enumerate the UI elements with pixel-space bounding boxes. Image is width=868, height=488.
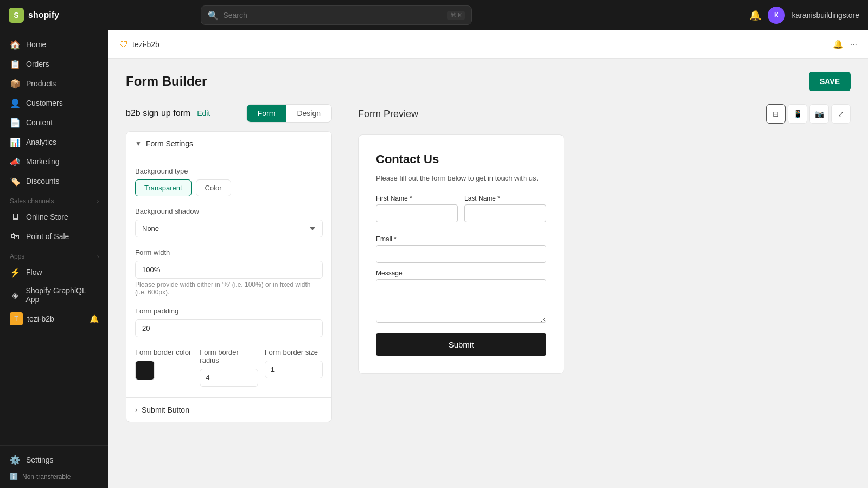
settings-icon: ⚙️ (10, 454, 21, 465)
sidebar-item-products[interactable]: 📦 Products (4, 74, 104, 93)
sidebar-item-label: Marketing (26, 157, 59, 166)
info-circle-icon: ℹ️ (10, 473, 18, 480)
preview-message-group: Message (376, 269, 546, 323)
preview-fullscreen-btn[interactable]: ⤢ (831, 104, 851, 124)
preview-message-textarea[interactable] (376, 279, 546, 323)
border-radius-group: Form border radius (200, 348, 258, 387)
sidebar-item-marketing[interactable]: 📣 Marketing (4, 152, 104, 171)
bg-type-label: Background type (135, 167, 323, 175)
page-title: Form Builder (126, 74, 207, 89)
sidebar-item-settings[interactable]: ⚙️ Settings (4, 450, 104, 470)
bg-shadow-field: Background shadow None (135, 207, 323, 237)
edit-form-link[interactable]: Edit (197, 109, 210, 118)
sidebar-item-graphql[interactable]: ◈ Shopify GraphiQL App (4, 282, 104, 308)
store-brand-icon: T (10, 312, 23, 325)
sidebar-item-orders[interactable]: 📋 Orders (4, 54, 104, 74)
bg-shadow-select[interactable]: None (135, 220, 323, 237)
fullscreen-icon: ⤢ (838, 110, 844, 118)
main-content: 🛡 tezi-b2b 🔔 ··· Form Builder SAVE b2b s… (108, 0, 868, 488)
sidebar-item-discounts[interactable]: 🏷️ Discounts (4, 171, 104, 191)
preview-email-group: Email * (376, 235, 546, 263)
sub-topbar-bell-icon[interactable]: 🔔 (833, 39, 844, 49)
save-button[interactable]: SAVE (809, 72, 851, 91)
sub-topbar-more-icon[interactable]: ··· (850, 40, 857, 49)
sidebar-item-label: Products (26, 79, 56, 88)
border-fields: Form border color Form border radius For… (135, 348, 323, 387)
pos-icon: 🛍 (10, 231, 21, 242)
sidebar-item-label: Flow (26, 268, 42, 277)
border-size-group: Form border size (265, 348, 323, 387)
sidebar-item-label: Settings (26, 455, 54, 464)
sidebar-item-label: Content (26, 118, 53, 127)
analytics-icon: 📊 (10, 137, 21, 147)
sidebar-item-customers[interactable]: 👤 Customers (4, 93, 104, 113)
sidebar-item-online-store[interactable]: 🖥 Online Store (4, 207, 104, 227)
form-name-label: b2b sign up form (126, 108, 190, 118)
discounts-icon: 🏷️ (10, 176, 21, 187)
preview-form-desc: Please fill out the form below to get in… (376, 173, 546, 184)
marketing-icon: 📣 (10, 156, 21, 167)
border-color-swatch[interactable] (135, 361, 155, 380)
left-panel: b2b sign up form Edit Form Design ▼ Form… (126, 104, 332, 422)
preview-mobile-btn[interactable]: 📷 (809, 104, 829, 124)
form-settings-chevron-icon: ▼ (135, 140, 142, 147)
search-icon: 🔍 (208, 10, 219, 21)
sidebar-item-label: Discounts (26, 177, 59, 185)
shield-icon: 🛡 (119, 40, 128, 49)
form-width-hint: Please provide width either in '%' (i.e.… (135, 281, 323, 296)
customers-icon: 👤 (10, 98, 21, 108)
form-settings-header[interactable]: ▼ Form Settings (126, 132, 331, 156)
sidebar-item-content[interactable]: 📄 Content (4, 113, 104, 132)
form-design-tabs: Form Design (246, 104, 332, 123)
submit-section-title: Submit Button (142, 406, 189, 414)
flow-icon: ⚡ (10, 267, 21, 278)
preview-title: Form Preview (358, 108, 418, 120)
sidebar: 🏠 Home 📋 Orders 📦 Products 👤 Customers 📄… (0, 0, 108, 488)
right-panel: Form Preview ⊟ 📱 📷 ⤢ (332, 104, 851, 422)
sidebar-item-analytics[interactable]: 📊 Analytics (4, 132, 104, 152)
topbar-right: 🔔 K karanisbuildingstore (749, 7, 859, 24)
preview-tablet-btn[interactable]: 📱 (788, 104, 807, 124)
mobile-icon: 📷 (815, 110, 824, 118)
form-padding-input[interactable] (135, 319, 323, 337)
form-width-input[interactable] (135, 261, 323, 279)
page-header: Form Builder SAVE (126, 72, 851, 91)
builder-area: b2b sign up form Edit Form Design ▼ Form… (126, 104, 851, 422)
preview-last-name-input[interactable] (464, 204, 546, 222)
form-width-field: Form width Please provide width either i… (135, 248, 323, 296)
search-bar[interactable]: 🔍 ⌘ K (201, 5, 472, 25)
content-area: Form Builder SAVE b2b sign up form Edit … (108, 59, 868, 488)
form-padding-field: Form padding (135, 307, 323, 337)
border-radius-input[interactable] (200, 369, 258, 387)
bg-color-btn[interactable]: Color (196, 179, 231, 196)
sidebar-store[interactable]: T tezi-b2b 🔔 (4, 308, 104, 330)
sidebar-item-pos[interactable]: 🛍 Point of Sale (4, 227, 104, 246)
notification-bell-icon[interactable]: 🔔 (749, 9, 761, 21)
preview-message-label: Message (376, 269, 546, 277)
graphql-icon: ◈ (10, 290, 20, 300)
apps-label: Apps › (4, 246, 104, 262)
submit-button-section[interactable]: › Submit Button (126, 397, 331, 422)
bg-transparent-btn[interactable]: Transparent (135, 179, 192, 196)
preview-email-input[interactable] (376, 245, 546, 263)
search-input[interactable] (223, 11, 443, 20)
orders-icon: 📋 (10, 59, 21, 69)
preview-desktop-btn[interactable]: ⊟ (766, 104, 786, 124)
sidebar-item-home[interactable]: 🏠 Home (4, 35, 104, 54)
border-size-input[interactable] (265, 361, 323, 378)
shopify-logo-icon: S (9, 8, 24, 23)
tab-design[interactable]: Design (286, 105, 331, 122)
preview-first-name-label: First Name * (376, 195, 458, 202)
preview-first-name-input[interactable] (376, 204, 458, 222)
sidebar-item-flow[interactable]: ⚡ Flow (4, 262, 104, 282)
sales-channels-label: Sales channels › (4, 191, 104, 207)
bg-shadow-label: Background shadow (135, 207, 323, 215)
tab-form[interactable]: Form (247, 105, 286, 122)
preview-last-name-group: Last Name * (464, 195, 546, 222)
preview-submit-button[interactable]: Submit (376, 333, 546, 356)
border-color-group: Form border color (135, 348, 193, 387)
form-preview-wrapper: Contact Us Please fill out the form belo… (358, 134, 564, 374)
sidebar-item-label: Orders (26, 60, 49, 68)
home-icon: 🏠 (10, 39, 21, 50)
sidebar-nav: 🏠 Home 📋 Orders 📦 Products 👤 Customers 📄… (0, 30, 108, 445)
